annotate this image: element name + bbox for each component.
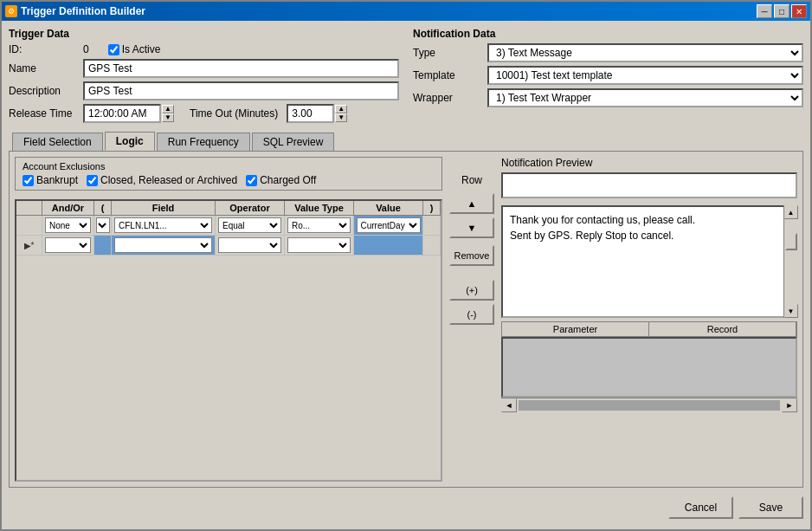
param-col2-header: Record: [649, 322, 796, 336]
title-bar: ⚙ Trigger Definition Builder ─ □ ✕: [2, 2, 810, 21]
notification-preview-label: Notification Preview: [501, 157, 592, 169]
grid-cell-r2-vtype[interactable]: [285, 236, 354, 256]
grid-cell-r2-open[interactable]: [94, 236, 112, 256]
parameter-table: Parameter Record ◄ ►: [501, 321, 797, 412]
is-active-label: Is Active: [122, 43, 161, 55]
message-line1: Thank you for contacting us, please call…: [510, 214, 695, 226]
type-select[interactable]: 3) Text Message: [487, 43, 803, 62]
name-input[interactable]: [83, 59, 399, 78]
row-down-button[interactable]: ▼: [449, 217, 494, 238]
grid-cell-r1-close: [423, 216, 441, 236]
release-time-input[interactable]: [83, 104, 161, 123]
grid-cell-r2-operator[interactable]: [216, 236, 285, 256]
grid-cell-r1-vtype: Ro...: [285, 216, 354, 236]
scroll-thumb[interactable]: [785, 233, 797, 250]
timeout-up-btn[interactable]: ▲: [335, 105, 347, 113]
template-select[interactable]: 10001) Test text template: [487, 66, 803, 85]
timeout-input[interactable]: [287, 104, 334, 123]
is-active-checkbox-label[interactable]: Is Active: [108, 43, 161, 55]
charged-off-checkbox[interactable]: [246, 175, 257, 186]
minimize-button[interactable]: ─: [757, 4, 772, 18]
charged-off-checkbox-label[interactable]: Charged Off: [246, 174, 316, 186]
tab-sql-preview[interactable]: SQL Preview: [252, 133, 335, 151]
notification-preview-field[interactable]: [501, 172, 797, 198]
cancel-button[interactable]: Cancel: [668, 496, 733, 519]
remove-button[interactable]: Remove: [449, 245, 494, 266]
time-down-btn[interactable]: ▼: [162, 113, 174, 122]
message-scrollbar[interactable]: ▲ ▼: [783, 205, 797, 318]
message-text-area: Thank you for contacting us, please call…: [501, 205, 797, 318]
grid-cell-r2-value[interactable]: [354, 236, 423, 256]
param-scroll-track[interactable]: [519, 400, 780, 411]
grid-col-empty: [16, 201, 42, 215]
row-label: Row: [461, 174, 482, 186]
timeout-down-btn[interactable]: ▼: [335, 113, 347, 122]
grid-cell-r1-value[interactable]: CurrentDay: [354, 216, 423, 236]
row-up-button[interactable]: ▲: [449, 193, 494, 214]
scroll-down-arrow[interactable]: ▼: [784, 304, 798, 318]
minus-button[interactable]: (-): [449, 304, 494, 325]
grid-col-open-paren: (: [94, 201, 112, 215]
restore-button[interactable]: □: [774, 4, 789, 18]
bankrupt-checkbox[interactable]: [23, 175, 34, 186]
tab-logic[interactable]: Logic: [105, 132, 155, 151]
wrapper-label: Wrapper: [413, 92, 482, 104]
account-exclusions-title: Account Exclusions: [23, 161, 435, 172]
grid-r2-vtype-select[interactable]: [287, 237, 351, 253]
timeout-label: Time Out (Minutes): [190, 107, 278, 120]
grid-col-field: Field: [112, 201, 216, 215]
trigger-data-header: Trigger Data: [9, 28, 399, 40]
grid-open-paren-select[interactable]: [96, 217, 110, 233]
closed-label: Closed, Released or Archived: [100, 174, 237, 186]
wrapper-select[interactable]: 1) Test Text Wrapper: [487, 88, 803, 107]
grid-col-value-type: Value Type: [285, 201, 354, 215]
param-scroll-left[interactable]: ◄: [501, 398, 517, 412]
tab-field-selection[interactable]: Field Selection: [12, 133, 103, 151]
message-line2: Sent by GPS. Reply Stop to cancel.: [510, 230, 673, 242]
closed-checkbox[interactable]: [87, 175, 98, 186]
close-button[interactable]: ✕: [791, 4, 807, 18]
grid-cell-r2-field[interactable]: [112, 236, 216, 256]
name-label: Name: [9, 62, 78, 74]
plus-button[interactable]: (+): [449, 280, 494, 301]
save-button[interactable]: Save: [738, 496, 803, 519]
row-controls: Row ▲ ▼ Remove (+) (-): [449, 157, 494, 325]
description-input[interactable]: [83, 81, 399, 100]
param-scroll-right[interactable]: ►: [782, 398, 797, 412]
description-label: Description: [9, 85, 78, 97]
scroll-up-arrow[interactable]: ▲: [784, 205, 798, 219]
grid-r2-field-select[interactable]: [114, 237, 212, 253]
closed-checkbox-label[interactable]: Closed, Released or Archived: [87, 174, 237, 186]
grid-header: And/Or ( Field Operator Value Type Value…: [16, 201, 441, 216]
id-label: ID:: [9, 43, 78, 55]
type-label: Type: [413, 47, 482, 59]
grid-cell-r1-andor: None: [42, 216, 94, 236]
grid-field-select[interactable]: CFLN.LN1...: [114, 217, 212, 233]
grid-cell-r2-indicator: ▶*: [16, 236, 42, 256]
grid-operator-select[interactable]: Equal: [218, 217, 281, 233]
table-row-new: ▶*: [16, 236, 441, 256]
bankrupt-checkbox-label[interactable]: Bankrupt: [23, 174, 78, 186]
release-time-label: Release Time: [9, 107, 78, 120]
table-row: None CFLN.LN1...: [16, 216, 441, 236]
tab-run-frequency[interactable]: Run Frequency: [157, 133, 250, 151]
grid-cell-r2-andor[interactable]: [42, 236, 94, 256]
grid-cell-r1-check: [16, 216, 42, 236]
is-active-checkbox[interactable]: [108, 44, 119, 55]
grid-value-type-select[interactable]: Ro...: [287, 217, 351, 233]
grid-r2-operator-select[interactable]: [218, 237, 281, 253]
param-scrollbar[interactable]: ◄ ►: [501, 398, 797, 412]
logic-grid[interactable]: And/Or ( Field Operator Value Type Value…: [15, 199, 442, 482]
template-label: Template: [413, 69, 482, 81]
param-body: [501, 337, 797, 398]
grid-andor-select[interactable]: None: [45, 217, 91, 233]
grid-cell-r1-open: [94, 216, 112, 236]
charged-off-label: Charged Off: [260, 174, 316, 186]
grid-cell-r2-close: [423, 236, 441, 256]
id-value: 0: [83, 43, 89, 55]
grid-value-select[interactable]: CurrentDay: [357, 217, 421, 233]
window-title: Trigger Definition Builder: [21, 5, 145, 17]
grid-r2-andor-select[interactable]: [45, 237, 91, 253]
time-up-btn[interactable]: ▲: [162, 105, 174, 113]
grid-col-value: Value: [354, 201, 423, 215]
